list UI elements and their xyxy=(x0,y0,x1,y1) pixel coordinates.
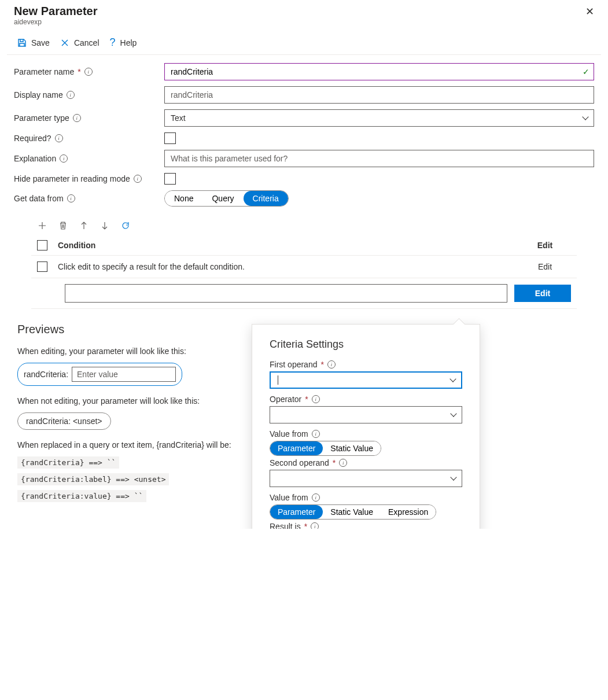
default-condition-text: Click edit to specify a result for the d… xyxy=(58,262,519,271)
arrow-up-icon[interactable] xyxy=(79,220,89,231)
operator-label: Operator xyxy=(270,395,301,404)
code-sample-2: {randCriteria:label} ==> <unset> xyxy=(17,473,169,485)
save-label: Save xyxy=(31,38,50,47)
info-icon[interactable] xyxy=(312,430,320,438)
segment-query[interactable]: Query xyxy=(202,191,243,206)
arrow-down-icon[interactable] xyxy=(100,220,110,231)
close-icon[interactable]: ✕ xyxy=(585,5,594,18)
info-icon[interactable] xyxy=(134,175,142,183)
info-icon[interactable] xyxy=(312,493,320,502)
info-icon[interactable] xyxy=(60,154,68,163)
info-icon[interactable] xyxy=(67,91,75,99)
edit-button[interactable]: Edit xyxy=(514,285,571,302)
cancel-label: Cancel xyxy=(74,38,100,47)
value-from-label-2: Value from xyxy=(270,493,308,502)
row-checkbox[interactable] xyxy=(37,261,47,272)
edit-header: Edit xyxy=(519,241,571,250)
help-icon: ? xyxy=(110,36,116,49)
segment-none[interactable]: None xyxy=(165,191,202,206)
segment-parameter[interactable]: Parameter xyxy=(270,441,323,455)
refresh-icon[interactable] xyxy=(120,220,131,231)
chevron-down-icon xyxy=(450,474,456,480)
required-checkbox[interactable] xyxy=(164,132,176,144)
info-icon[interactable] xyxy=(312,395,320,403)
info-icon[interactable] xyxy=(73,114,81,122)
criteria-settings-popup: Criteria Settings First operand* Operato… xyxy=(252,324,480,529)
code-sample-1: {randCriteria} ==> `` xyxy=(17,456,119,469)
operator-dropdown[interactable] xyxy=(270,406,462,423)
pill-label: randCriteria: xyxy=(24,370,68,379)
value-from-label: Value from xyxy=(270,429,308,439)
explanation-input[interactable] xyxy=(164,150,594,167)
info-icon[interactable] xyxy=(339,459,347,467)
save-button[interactable]: Save xyxy=(14,34,53,51)
page-title: New Parameter xyxy=(14,5,98,18)
info-icon[interactable] xyxy=(311,522,319,529)
editing-pill[interactable]: randCriteria: Enter value xyxy=(17,363,182,386)
info-icon[interactable] xyxy=(67,194,75,202)
cancel-button[interactable]: Cancel xyxy=(57,34,103,51)
chevron-down-icon xyxy=(582,113,588,120)
popup-title: Criteria Settings xyxy=(270,338,462,351)
param-name-input[interactable] xyxy=(164,63,594,80)
segment-criteria[interactable]: Criteria xyxy=(244,191,288,206)
info-icon[interactable] xyxy=(84,68,93,76)
required-mark: * xyxy=(304,522,307,529)
required-mark: * xyxy=(78,67,80,76)
help-label: Help xyxy=(120,38,137,47)
second-operand-label: Second operand xyxy=(270,458,329,467)
segment-expression[interactable]: Expression xyxy=(381,505,436,519)
subdomain-label: aidevexp xyxy=(7,18,601,31)
param-type-dropdown[interactable]: Text xyxy=(164,109,594,127)
hide-label: Hide parameter in reading mode xyxy=(14,174,130,183)
param-type-value: Text xyxy=(171,113,186,123)
explanation-label: Explanation xyxy=(14,154,56,163)
add-icon[interactable] xyxy=(37,220,47,231)
second-operand-dropdown[interactable] xyxy=(270,470,462,487)
segment-parameter-2[interactable]: Parameter xyxy=(270,505,323,519)
segment-static-value-2[interactable]: Static Value xyxy=(323,505,381,519)
first-operand-label: First operand xyxy=(270,360,317,369)
info-icon[interactable] xyxy=(55,134,63,142)
save-icon xyxy=(17,38,27,47)
code-sample-3: {randCriteria:value} ==> `` xyxy=(17,490,146,502)
display-name-input[interactable] xyxy=(164,86,594,104)
first-operand-dropdown[interactable] xyxy=(270,371,462,389)
segment-static-value[interactable]: Static Value xyxy=(323,441,381,455)
help-button[interactable]: ? Help xyxy=(106,34,141,51)
condition-header: Condition xyxy=(58,241,519,250)
select-all-checkbox[interactable] xyxy=(37,240,47,250)
display-name-label: Display name xyxy=(14,90,63,100)
hide-checkbox[interactable] xyxy=(164,173,176,185)
trash-icon[interactable] xyxy=(58,220,68,231)
readonly-pill: randCriteria: <unset> xyxy=(17,412,111,430)
pill-input[interactable]: Enter value xyxy=(72,367,176,382)
result-is-label: Result is xyxy=(270,522,301,529)
edit-link[interactable]: Edit xyxy=(519,262,571,271)
chevron-down-icon xyxy=(449,375,456,382)
param-name-label: Parameter name xyxy=(14,67,74,76)
required-mark: * xyxy=(305,395,308,404)
param-type-label: Parameter type xyxy=(14,113,69,123)
close-icon xyxy=(60,38,69,47)
info-icon[interactable] xyxy=(327,360,336,369)
required-mark: * xyxy=(333,458,336,467)
checkmark-icon: ✓ xyxy=(583,67,589,76)
required-label: Required? xyxy=(14,134,51,143)
required-mark: * xyxy=(320,360,323,369)
chevron-down-icon xyxy=(450,410,456,417)
condition-input[interactable] xyxy=(65,284,507,303)
get-data-label: Get data from xyxy=(14,194,64,203)
